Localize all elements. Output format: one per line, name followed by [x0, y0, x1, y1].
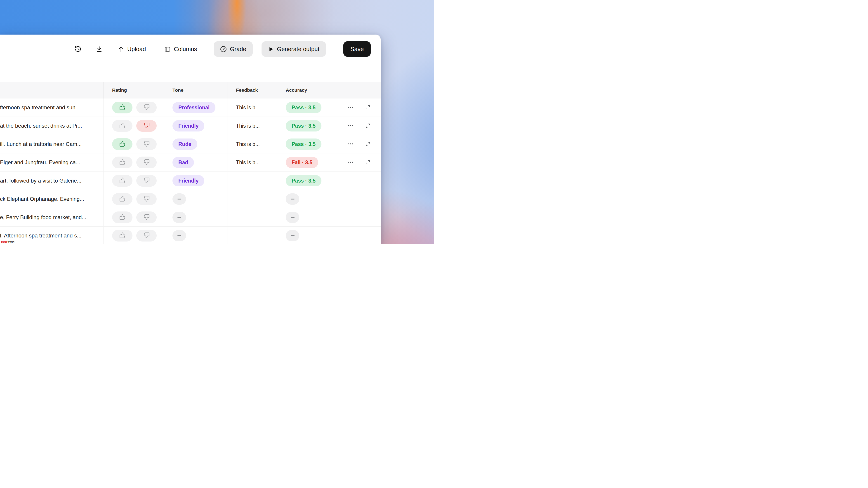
history-button[interactable]	[74, 46, 81, 53]
column-header-tone: Tone	[164, 82, 227, 98]
feedback-cell[interactable]: This is b...	[227, 153, 277, 171]
more-options-button[interactable]	[347, 160, 354, 166]
accuracy-badge[interactable]: Pass · 3.5	[286, 102, 321, 113]
row-text-cell[interactable]: Eiger and Jungfrau. Evening ca...	[0, 153, 103, 171]
tone-cell: Rude	[164, 135, 227, 153]
more-options-button[interactable]	[347, 141, 354, 147]
tone-badge[interactable]: Professional	[173, 102, 215, 113]
more-icon	[347, 123, 354, 129]
expand-icon	[365, 104, 371, 111]
feedback-text: This is b...	[236, 160, 260, 166]
play-icon	[268, 46, 274, 52]
download-button[interactable]	[96, 46, 103, 53]
thumb-down-button[interactable]	[136, 175, 157, 187]
tone-badge[interactable]: Friendly	[173, 120, 204, 131]
table-header-row: Rating Tone Feedback Accuracy	[0, 82, 381, 98]
thumb-down-button[interactable]	[136, 157, 157, 168]
upload-label: Upload	[127, 46, 146, 53]
tone-empty-pill[interactable]	[173, 230, 186, 241]
row-text-cell[interactable]: e, Ferry Building food market, and...	[0, 208, 103, 226]
thumb-up-icon	[119, 123, 125, 129]
accuracy-empty-pill[interactable]	[286, 212, 299, 223]
tone-empty-pill[interactable]	[173, 193, 186, 205]
rating-cell	[103, 190, 164, 208]
more-options-button[interactable]	[347, 105, 354, 111]
feedback-cell[interactable]	[227, 190, 277, 208]
accuracy-badge[interactable]: Fail · 3.5	[286, 157, 318, 168]
thumb-down-button[interactable]	[136, 120, 157, 132]
table-row: ill. Lunch at a trattoria near Cam...	[0, 135, 381, 153]
expand-icon	[365, 141, 371, 148]
row-text: art, followed by a visit to Galerie...	[0, 177, 81, 184]
feedback-cell[interactable]: This is b...	[227, 98, 277, 117]
thumb-up-button[interactable]	[112, 120, 132, 132]
thumb-up-button[interactable]	[112, 175, 132, 187]
tone-badge[interactable]: Rude	[173, 138, 197, 150]
columns-label: Columns	[174, 46, 197, 53]
feedback-cell[interactable]	[227, 227, 277, 244]
rating-cell	[103, 227, 164, 244]
watermark: php 中文网	[1, 240, 14, 243]
expand-row-button[interactable]	[365, 141, 371, 148]
row-actions	[332, 117, 381, 135]
tone-cell: Bad	[164, 153, 227, 171]
feedback-cell[interactable]	[227, 172, 277, 190]
tone-badge[interactable]: Friendly	[173, 175, 204, 186]
row-text-cell[interactable]: l. Afternoon spa treatment and s...	[0, 227, 103, 244]
thumb-up-button[interactable]	[112, 193, 132, 205]
thumb-down-button[interactable]	[136, 193, 157, 205]
grade-button[interactable]: Grade	[214, 41, 253, 57]
upload-button[interactable]: Upload	[118, 46, 146, 53]
thumb-down-button[interactable]	[136, 230, 157, 241]
accuracy-cell: Pass · 3.5	[277, 117, 332, 135]
tone-empty-pill[interactable]	[173, 212, 186, 223]
expand-row-button[interactable]	[365, 104, 371, 111]
row-text-cell[interactable]: ill. Lunch at a trattoria near Cam...	[0, 135, 103, 153]
row-actions	[332, 153, 381, 171]
watermark-text: 中文网	[8, 240, 14, 243]
thumb-down-icon	[144, 196, 150, 202]
expand-row-button[interactable]	[365, 159, 371, 166]
thumb-down-button[interactable]	[136, 138, 157, 150]
more-options-button[interactable]	[347, 123, 354, 129]
row-text-cell[interactable]: at the beach, sunset drinks at Pr...	[0, 117, 103, 135]
feedback-cell[interactable]: This is b...	[227, 117, 277, 135]
accuracy-badge[interactable]: Pass · 3.5	[286, 175, 321, 186]
thumb-up-button[interactable]	[112, 102, 132, 113]
generate-output-button[interactable]: Generate output	[261, 41, 326, 57]
tone-badge[interactable]: Bad	[173, 157, 194, 168]
php-logo: php	[1, 240, 7, 243]
row-text: at the beach, sunset drinks at Pr...	[0, 123, 82, 129]
row-text-cell[interactable]: fternoon spa treatment and sun...	[0, 98, 103, 117]
row-text: e, Ferry Building food market, and...	[0, 214, 86, 221]
thumb-down-button[interactable]	[136, 212, 157, 223]
feedback-cell[interactable]: This is b...	[227, 135, 277, 153]
row-text-cell[interactable]: ck Elephant Orphanage. Evening...	[0, 190, 103, 208]
row-actions	[332, 98, 381, 117]
save-button[interactable]: Save	[343, 41, 371, 57]
table-row: e, Ferry Building food market, and...	[0, 208, 381, 227]
feedback-text: This is b...	[236, 141, 260, 147]
thumb-up-button[interactable]	[112, 212, 132, 223]
expand-icon	[365, 159, 371, 166]
accuracy-empty-pill[interactable]	[286, 193, 299, 205]
thumb-up-icon	[119, 177, 125, 184]
row-text-cell[interactable]: art, followed by a visit to Galerie...	[0, 172, 103, 190]
column-header-actions	[332, 82, 381, 98]
download-icon	[96, 46, 103, 53]
expand-row-button[interactable]	[365, 123, 371, 129]
thumb-down-icon	[144, 123, 150, 129]
thumb-up-button[interactable]	[112, 230, 132, 241]
thumb-up-button[interactable]	[112, 138, 132, 150]
thumb-down-button[interactable]	[136, 102, 157, 113]
thumb-up-button[interactable]	[112, 157, 132, 168]
feedback-cell[interactable]	[227, 208, 277, 226]
tone-cell	[164, 227, 227, 244]
row-text: Eiger and Jungfrau. Evening ca...	[0, 159, 80, 166]
accuracy-empty-pill[interactable]	[286, 230, 299, 241]
columns-button[interactable]: Columns	[164, 46, 197, 53]
accuracy-badge[interactable]: Pass · 3.5	[286, 138, 321, 150]
tone-cell	[164, 190, 227, 208]
accuracy-badge[interactable]: Pass · 3.5	[286, 120, 321, 131]
thumb-up-icon	[119, 214, 125, 221]
